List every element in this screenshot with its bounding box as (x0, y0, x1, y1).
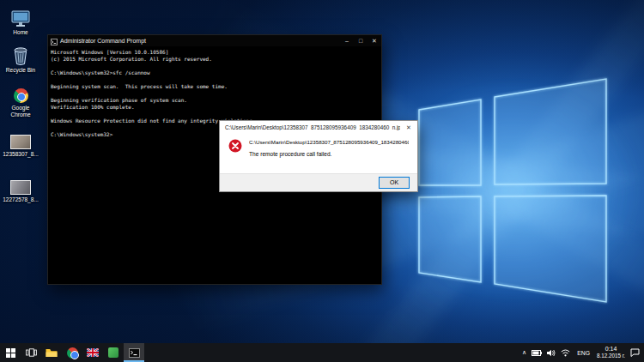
image-file-icon (0, 174, 41, 195)
taskbar-green-app[interactable] (103, 343, 124, 362)
network-icon[interactable] (561, 349, 570, 357)
close-icon[interactable]: ✕ (400, 121, 417, 134)
desktop-icon-label: Google Chrome (6, 105, 35, 118)
error-dialog-footer: OK (220, 173, 417, 191)
battery-icon[interactable] (532, 350, 542, 356)
error-dialog-body: C:\Users\Marin\Desktop\12358307_87512809… (220, 134, 417, 173)
maximize-button[interactable]: □ (354, 35, 368, 46)
console-line: Verification 100% complete. (51, 104, 381, 111)
command-prompt-icon (129, 348, 140, 358)
console-line (51, 76, 381, 83)
error-file-path: C:\Users\Marin\Desktop\12358307_87512809… (249, 139, 409, 145)
chrome-icon (0, 82, 41, 103)
desktop-icon-label: 12358307_8... (0, 151, 41, 158)
desktop-icon-image-file-1[interactable]: 12358307_8... (0, 129, 41, 158)
volume-icon[interactable] (547, 349, 556, 357)
console-line: (c) 2015 Microsoft Corporation. All righ… (51, 56, 381, 63)
ok-button[interactable]: OK (379, 177, 410, 189)
task-view-button[interactable] (21, 343, 41, 362)
chrome-icon (67, 347, 78, 359)
desktop-screen: Home Recycle Bin Google Chrome 12358307_… (0, 0, 644, 362)
taskbar-language-app[interactable] (82, 343, 103, 362)
recycle-bin-icon (0, 45, 41, 65)
console-line (51, 111, 381, 118)
desktop-icon-label: Home (0, 29, 41, 36)
taskbar: ∧ ENG 0:14 8.12.2015 г. (0, 343, 644, 362)
start-button[interactable] (0, 343, 21, 362)
desktop-icon-label: 12272578_8... (0, 196, 41, 203)
error-message-text: The remote procedure call failed. (249, 151, 409, 157)
taskbar-clock[interactable]: 0:14 8.12.2015 г. (597, 346, 625, 359)
show-hidden-icons-chevron[interactable]: ∧ (522, 349, 526, 356)
desktop-icon-google-chrome[interactable]: Google Chrome (0, 82, 41, 118)
language-indicator[interactable]: ENG (575, 350, 592, 356)
green-app-icon (108, 347, 118, 358)
command-prompt-titlebar[interactable]: Administrator Command Prompt – □ ✕ (48, 35, 381, 46)
desktop-icon-recycle-bin[interactable]: Recycle Bin (0, 45, 41, 74)
desktop-icon-home[interactable]: Home (0, 7, 41, 36)
clock-time: 0:14 (597, 346, 625, 353)
desktop-icon-image-file-2[interactable]: 12272578_8... (0, 174, 41, 203)
error-dialog: C:\Users\Marin\Desktop\12358307_87512809… (219, 120, 418, 192)
uk-flag-icon (87, 348, 99, 357)
windows-logo-icon (6, 348, 15, 358)
console-line: Beginning verification phase of system s… (51, 97, 381, 104)
error-messages: C:\Users\Marin\Desktop\12358307_87512809… (249, 139, 409, 173)
minimize-button[interactable]: – (340, 35, 354, 46)
window-title: Administrator Command Prompt (60, 38, 340, 44)
close-button[interactable]: ✕ (368, 35, 381, 46)
system-tray: ∧ ENG 0:14 8.12.2015 г. (522, 343, 644, 362)
taskbar-file-explorer[interactable] (41, 343, 62, 362)
console-line: Beginning system scan. This process will… (51, 83, 381, 90)
console-line (51, 63, 381, 69)
task-view-icon (26, 348, 37, 357)
dialog-title: C:\Users\Marin\Desktop\12358307_87512809… (220, 124, 400, 130)
taskbar-command-prompt[interactable] (124, 343, 144, 362)
image-file-icon (0, 129, 41, 149)
console-line: C:\Windows\system32>sfc /scannow (51, 69, 381, 76)
console-line: Microsoft Windows [Version 10.0.10586] (51, 49, 381, 56)
computer-icon (0, 7, 41, 27)
action-center-icon[interactable] (630, 348, 640, 357)
taskbar-chrome[interactable] (62, 343, 82, 362)
file-explorer-icon (46, 348, 58, 358)
clock-date: 8.12.2015 г. (597, 353, 625, 359)
command-prompt-icon (51, 33, 58, 49)
console-line (51, 90, 381, 97)
error-icon (228, 139, 242, 153)
desktop-icon-label: Recycle Bin (0, 67, 41, 74)
error-dialog-titlebar[interactable]: C:\Users\Marin\Desktop\12358307_87512809… (220, 121, 417, 134)
